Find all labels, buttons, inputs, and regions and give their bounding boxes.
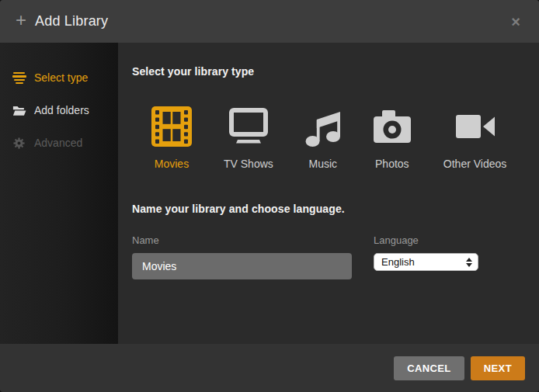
name-section-title: Name your library and choose language. — [132, 203, 520, 215]
sidebar-item-add-folders[interactable]: Add folders — [0, 94, 118, 127]
camera-icon — [373, 106, 412, 147]
plus-icon: + — [16, 11, 26, 29]
library-type-label: Other Videos — [443, 158, 506, 170]
dialog-footer: CANCEL NEXT — [0, 344, 539, 392]
close-icon[interactable]: × — [505, 11, 527, 33]
library-type-label: Music — [309, 158, 338, 170]
tv-icon — [228, 106, 270, 147]
add-library-dialog: + Add Library × Select type Add folders — [0, 0, 539, 392]
library-type-label: TV Shows — [224, 158, 273, 170]
folder-icon — [12, 105, 26, 116]
library-type-label: Photos — [375, 158, 409, 170]
sidebar-item-label: Advanced — [34, 137, 82, 149]
library-type-movies[interactable]: Movies — [151, 106, 192, 170]
cancel-button[interactable]: CANCEL — [394, 356, 464, 380]
film-strip-icon — [151, 106, 192, 147]
select-type-icon — [12, 72, 26, 84]
library-type-row: Movies TV Shows — [151, 106, 520, 170]
name-field-group: Name — [132, 234, 352, 279]
library-name-input[interactable] — [132, 253, 352, 279]
sidebar-item-advanced[interactable]: Advanced — [0, 127, 118, 159]
next-button[interactable]: NEXT — [471, 356, 525, 380]
language-select[interactable]: English — [374, 253, 478, 271]
library-type-photos[interactable]: Photos — [373, 106, 412, 170]
sidebar-item-select-type[interactable]: Select type — [0, 61, 118, 94]
music-note-icon — [305, 106, 341, 147]
fields-row: Name Language English — [132, 234, 520, 279]
dialog-body: Select type Add folders — [0, 43, 539, 344]
dialog-header: + Add Library × — [0, 0, 539, 43]
video-camera-icon — [455, 106, 496, 147]
library-type-music[interactable]: Music — [305, 106, 341, 170]
library-type-label: Movies — [155, 158, 189, 170]
dialog-title: Add Library — [35, 13, 108, 29]
sidebar-item-label: Add folders — [34, 104, 89, 116]
name-field-label: Name — [132, 234, 352, 246]
sidebar-item-label: Select type — [34, 71, 88, 84]
language-field-group: Language English — [374, 234, 478, 271]
library-type-other-videos[interactable]: Other Videos — [443, 106, 506, 170]
language-select-wrap: English — [374, 253, 478, 271]
library-type-tv-shows[interactable]: TV Shows — [224, 106, 273, 170]
main-content: Select your library type — [118, 43, 539, 344]
language-field-label: Language — [374, 234, 478, 246]
gear-icon — [12, 137, 26, 149]
steps-sidebar: Select type Add folders — [0, 43, 118, 344]
type-section-title: Select your library type — [132, 65, 520, 78]
